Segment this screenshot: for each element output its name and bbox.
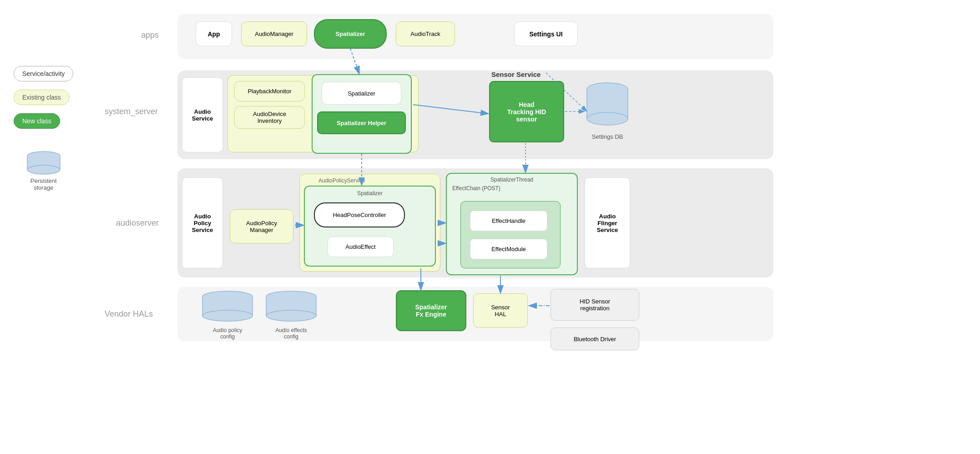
audioserver-spatializer-group: Spatializer HeadPoseController AudioEffe… <box>304 186 436 267</box>
audioserver-spatializer-label: Spatializer <box>357 190 383 197</box>
playback-monitor-box: PlaybackMonitor <box>234 81 305 101</box>
audio-service-label-box: Audio Service <box>182 77 223 152</box>
spatializer-thread-group: SpatializerThread EffectChain (POST) Eff… <box>446 173 578 275</box>
head-tracking-hid-box: Head Tracking HID sensor <box>489 81 564 142</box>
audio-device-inventory-box: AudioDevice Inventory <box>234 106 305 129</box>
app-box: App <box>196 21 232 46</box>
svg-point-4 <box>27 165 60 174</box>
audio-policy-config-svg <box>200 290 255 324</box>
effect-module-box: EffectModule <box>470 239 547 259</box>
spatializer-fx-engine-box: Spatializer Fx Engine <box>396 290 466 331</box>
sensor-hal-box: Sensor HAL <box>473 293 528 328</box>
hid-sensor-registration-box: HID Sensor registration <box>551 289 639 321</box>
bluetooth-driver-box: Bluetooth Driver <box>551 328 639 350</box>
spatializer-helper-box: Spatializer Helper <box>317 111 406 134</box>
settings-db-cylinder: Settings DB <box>585 81 630 140</box>
audio-policy-manager-box: AudioPolicy Manager <box>230 209 293 243</box>
audio-effects-config-svg <box>264 290 318 324</box>
legend-new: New class <box>14 113 60 129</box>
audio-effect-box: AudioEffect <box>328 237 394 257</box>
audio-manager-box: AudioManager <box>241 21 307 46</box>
audioserver-label: audioserver <box>116 218 159 228</box>
vendor-hals-label: Vendor HALs <box>105 309 153 319</box>
effect-inner-box: EffectHandle EffectModule <box>460 201 561 268</box>
spatializer-thread-label: SpatializerThread <box>490 177 533 183</box>
settings-ui-box: Settings UI <box>514 21 578 46</box>
svg-point-19 <box>266 310 316 321</box>
apps-label: apps <box>141 30 159 40</box>
legend-existing: Existing class <box>14 90 70 105</box>
head-pose-controller-box: HeadPoseController <box>314 202 405 227</box>
sensor-service-label: Sensor Service <box>491 71 541 78</box>
svg-point-14 <box>202 310 253 321</box>
audio-track-box: AudioTrack <box>396 21 455 46</box>
effect-handle-box: EffectHandle <box>470 211 547 231</box>
system-spatializer-group: Spatializer Spatializer Helper <box>312 74 412 154</box>
settings-db-cylinder-svg <box>585 81 630 131</box>
legend-service: Service/activity <box>14 66 73 81</box>
apps-spatializer-box: Spatializer <box>314 19 387 49</box>
system-server-label: system_server <box>105 107 158 116</box>
legend: Service/activity Existing class New clas… <box>14 66 73 191</box>
audio-policy-service-text: AudioPolicyService <box>318 177 365 184</box>
audio-policy-config-cylinder: Audio policy config <box>200 290 255 340</box>
audio-effects-config-cylinder: Audio effects config <box>264 290 318 340</box>
audio-policy-service-label-box: Audio Policy Service <box>182 177 223 268</box>
legend-storage-label: Persistent storage <box>30 177 57 191</box>
diagram-container: apps system_server audioserver Vendor HA… <box>0 0 980 454</box>
legend-cylinder-icon <box>25 151 62 176</box>
system-spatializer-box: Spatializer <box>322 82 401 105</box>
audio-flinger-service-box: Audio Flinger Service <box>585 177 630 268</box>
svg-point-9 <box>587 112 628 125</box>
effect-chain-label: EffectChain (POST) <box>452 185 500 192</box>
